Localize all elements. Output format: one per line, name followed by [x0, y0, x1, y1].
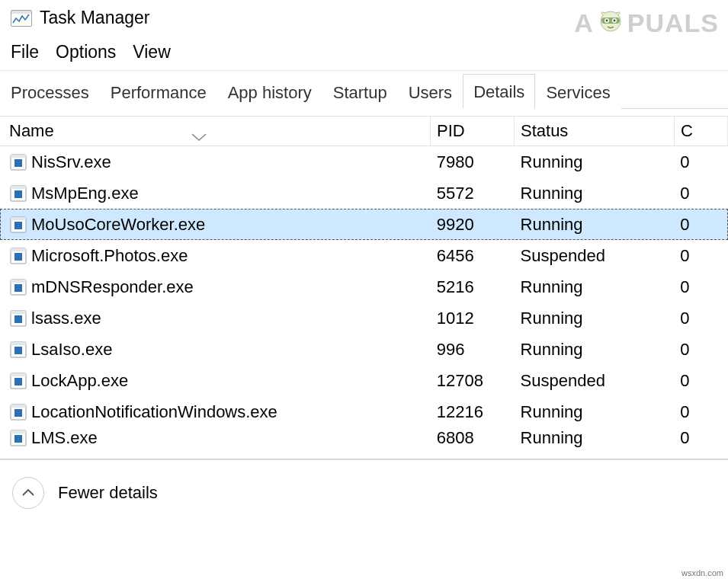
svg-rect-21: [11, 280, 26, 283]
column-header-status[interactable]: Status: [515, 117, 675, 146]
svg-rect-15: [11, 217, 26, 220]
process-status: Running: [521, 152, 583, 171]
sort-indicator-icon: [191, 126, 207, 136]
process-status: Running: [521, 215, 583, 234]
process-status: Running: [521, 428, 583, 447]
table-row[interactable]: LMS.exe6808Running0: [0, 427, 728, 449]
attribution-text: wsxdn.com: [681, 568, 723, 577]
svg-rect-33: [11, 405, 26, 408]
process-pid: 1012: [437, 309, 474, 328]
svg-rect-28: [14, 347, 22, 354]
svg-rect-22: [14, 284, 22, 292]
process-extra: 0: [680, 402, 689, 421]
svg-rect-7: [11, 11, 31, 14]
svg-rect-19: [14, 253, 22, 261]
process-status: Suspended: [521, 371, 605, 390]
details-grid: Name PID Status C NisSrv.exe7980Running0…: [0, 109, 728, 459]
process-extra: 0: [680, 277, 689, 296]
watermark-logo: A PUALS: [574, 8, 719, 38]
svg-rect-24: [11, 311, 26, 314]
fewer-details-button[interactable]: [12, 477, 44, 509]
column-header-name[interactable]: Name: [0, 117, 431, 146]
process-extra: 0: [680, 340, 689, 359]
process-name: LockApp.exe: [31, 371, 128, 391]
column-header-pid[interactable]: PID: [431, 117, 515, 146]
process-pid: 5572: [437, 184, 474, 203]
process-icon: [10, 216, 27, 233]
table-row[interactable]: LsaIso.exe996Running0: [0, 334, 728, 365]
process-pid: 6456: [437, 246, 474, 265]
table-row[interactable]: lsass.exe1012Running0: [0, 302, 728, 334]
svg-rect-9: [11, 155, 26, 158]
table-row[interactable]: NisSrv.exe7980Running0: [0, 146, 728, 178]
process-name: LsaIso.exe: [31, 340, 112, 360]
process-icon: [10, 279, 27, 296]
process-pid: 12708: [437, 371, 483, 390]
svg-rect-27: [11, 342, 26, 345]
svg-rect-10: [14, 159, 22, 167]
process-status: Running: [521, 309, 583, 328]
process-pid: 9920: [437, 215, 474, 234]
column-header-extra[interactable]: C: [675, 117, 728, 146]
svg-point-4: [605, 20, 608, 22]
process-name: MoUsoCoreWorker.exe: [31, 215, 205, 235]
table-row[interactable]: mDNSResponder.exe5216Running0: [0, 271, 728, 302]
svg-rect-25: [14, 315, 22, 323]
fewer-details-label: Fewer details: [58, 483, 158, 503]
process-icon: [10, 373, 27, 389]
tab-app-history[interactable]: App history: [217, 75, 322, 109]
process-extra: 0: [680, 184, 689, 203]
table-row[interactable]: LockApp.exe12708Suspended0: [0, 365, 728, 396]
menu-file[interactable]: File: [11, 42, 39, 62]
process-icon: [10, 154, 27, 171]
tab-processes[interactable]: Processes: [0, 75, 100, 109]
process-extra: 0: [680, 215, 689, 234]
process-icon: [10, 310, 27, 327]
watermark-text-right: PUALS: [627, 8, 719, 38]
process-name: mDNSResponder.exe: [31, 277, 194, 297]
process-extra: 0: [680, 371, 689, 390]
footer: Fewer details: [0, 460, 728, 526]
process-pid: 6808: [437, 428, 474, 447]
table-row[interactable]: MoUsoCoreWorker.exe9920Running0: [0, 209, 728, 240]
tabstrip: Processes Performance App history Startu…: [0, 71, 728, 109]
process-icon: [10, 248, 27, 264]
svg-rect-30: [11, 373, 26, 376]
process-pid: 7980: [437, 152, 474, 171]
process-status: Running: [521, 184, 583, 203]
window-title: Task Manager: [40, 8, 149, 28]
process-pid: 5216: [437, 277, 474, 296]
tab-performance[interactable]: Performance: [100, 75, 217, 109]
process-pid: 12216: [437, 402, 483, 421]
svg-rect-1: [601, 18, 620, 24]
process-name: MsMpEng.exe: [31, 184, 139, 203]
watermark-mascot-icon: [595, 8, 626, 38]
table-row[interactable]: LocationNotificationWindows.exe12216Runn…: [0, 396, 728, 427]
svg-rect-13: [14, 190, 22, 198]
process-name: Microsoft.Photos.exe: [31, 246, 188, 266]
tab-details[interactable]: Details: [463, 74, 535, 109]
svg-rect-37: [14, 435, 22, 443]
svg-rect-34: [14, 409, 22, 417]
svg-rect-16: [14, 222, 22, 229]
tab-startup[interactable]: Startup: [322, 75, 398, 109]
table-row[interactable]: Microsoft.Photos.exe6456Suspended0: [0, 240, 728, 271]
svg-rect-31: [14, 378, 22, 385]
process-name: lsass.exe: [31, 309, 101, 328]
process-extra: 0: [680, 428, 689, 447]
process-status: Running: [521, 340, 583, 359]
process-extra: 0: [680, 152, 689, 171]
process-status: Running: [521, 277, 583, 296]
process-status: Running: [521, 402, 583, 421]
process-pid: 996: [437, 340, 465, 359]
process-icon: [10, 185, 27, 202]
tab-users[interactable]: Users: [398, 75, 463, 109]
process-name: LocationNotificationWindows.exe: [31, 402, 277, 422]
table-row[interactable]: MsMpEng.exe5572Running0: [0, 178, 728, 209]
watermark-text-left: A: [574, 8, 594, 38]
chevron-up-icon: [21, 488, 35, 497]
menu-options[interactable]: Options: [56, 42, 116, 62]
svg-rect-36: [11, 430, 26, 433]
menu-view[interactable]: View: [133, 42, 170, 62]
tab-services[interactable]: Services: [535, 75, 621, 109]
